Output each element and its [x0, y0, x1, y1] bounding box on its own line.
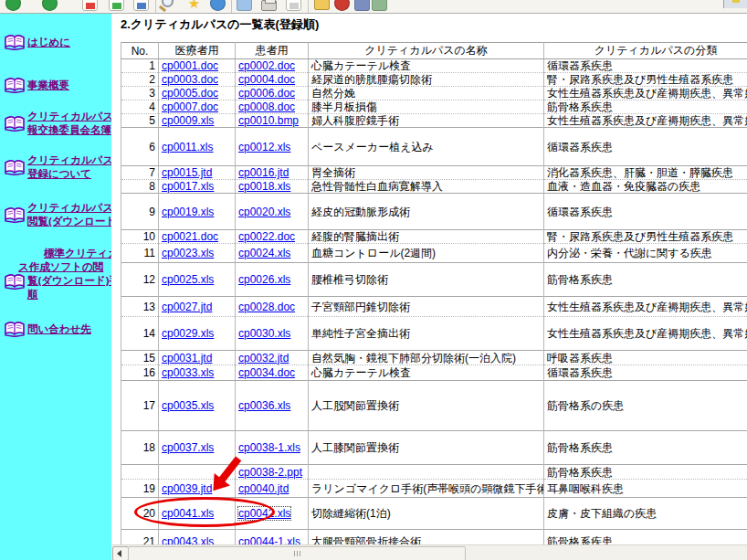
patient-file-cell: cp0028.doc [236, 297, 309, 317]
patient-file-link[interactable]: cp0022.doc [238, 230, 295, 243]
scrollbar-thumb[interactable] [128, 546, 466, 560]
path-category: 呼吸器系疾患 [544, 351, 747, 365]
patient-file-cell: cp0022.doc [236, 230, 309, 244]
patient-file-cell: cp0042.xls [236, 498, 309, 530]
patient-file-link[interactable]: cp0034.doc [238, 366, 295, 379]
history-icon[interactable] [237, 0, 252, 11]
medical-file-link[interactable]: cp0017.xls [162, 180, 214, 193]
sidebar-link[interactable]: 報交換委員会名簿 [27, 124, 111, 135]
sidebar-link[interactable]: 閲覧(ダウンロード) [27, 216, 111, 227]
medical-file-link[interactable]: cp0007.doc [162, 100, 218, 113]
patient-file-link[interactable]: cp0030.xls [238, 327, 290, 340]
medical-file-link[interactable]: cp0019.xls [162, 206, 214, 218]
row-number: 12 [121, 263, 159, 297]
patient-file-link[interactable]: cp0016.jtd [238, 166, 289, 179]
sidebar-link[interactable]: 問い合わせ先 [27, 323, 91, 334]
medical-file-link[interactable]: cp0009.xls [162, 114, 214, 127]
medical-file-link[interactable]: cp0035.xls [162, 399, 214, 412]
sidebar-link[interactable]: 登録について [27, 168, 91, 179]
patient-file-link[interactable]: cp0038-1.xls [238, 441, 300, 454]
patient-file-link[interactable]: cp0004.doc [238, 73, 295, 86]
sidebar-item-etsuran-download[interactable]: クリティカルパスの閲覧(ダウンロード) [0, 201, 111, 228]
media-icon[interactable] [210, 0, 226, 11]
patient-file-link[interactable]: cp0032.jtd [238, 352, 289, 365]
edit-icon[interactable] [286, 0, 301, 11]
patient-file-link[interactable]: cp0024.xls [238, 247, 290, 259]
row-number: 6 [121, 128, 159, 166]
patient-file-cell: cp0004.doc [236, 73, 309, 87]
sidebar-item-toiawase[interactable]: 問い合わせ先 [0, 322, 111, 336]
back-icon[interactable] [5, 0, 21, 11]
medical-file-link[interactable]: cp0001.doc [162, 59, 218, 72]
sidebar-link[interactable]: はじめに [27, 37, 70, 48]
messenger-icon[interactable] [334, 0, 350, 11]
medical-file-link[interactable]: cp0033.xls [162, 366, 214, 379]
path-name: 自然気胸・鏡視下肺部分切除術(一泊入院) [309, 351, 544, 365]
sidebar-item-hajimeni[interactable]: はじめに [0, 36, 111, 49]
path-category: 循環器系疾患 [544, 365, 747, 381]
medical-file-link[interactable]: cp0015.jtd [162, 166, 212, 179]
sidebar-link[interactable]: 順 [27, 289, 38, 300]
horizontal-scrollbar[interactable] [111, 544, 747, 560]
table-row: 17cp0035.xlscp0036.xls人工股関節置換術筋骨格系の疾患 [121, 381, 747, 431]
sidebar-link[interactable]: 事業概要 [27, 79, 69, 90]
scroll-left-button[interactable] [112, 546, 129, 560]
home-icon[interactable] [133, 0, 149, 11]
patient-file-link[interactable]: cp0028.doc [238, 301, 295, 313]
stop-icon[interactable] [82, 0, 98, 11]
sidebar-link[interactable]: クリティカルパスの [27, 202, 111, 213]
chart-icon[interactable] [354, 0, 370, 11]
patient-file-link[interactable]: cp0038-2.ppt [238, 466, 302, 479]
sidebar-link-line: 問い合わせ先 [27, 322, 111, 336]
row-number: 2 [121, 73, 159, 87]
medical-file-link[interactable]: cp0023.xls [162, 247, 214, 259]
patient-file-link[interactable]: cp0042.xls [238, 507, 290, 520]
sidebar-item-iinkai-meibo[interactable]: クリティカルパス情報交換委員会名簿 [0, 110, 111, 137]
row-number: 19 [121, 480, 159, 498]
path-name: 人工股関節置換術 [309, 381, 544, 431]
table-row: 12cp0025.xlscp0026.xls腰椎椎弓切除術筋骨格系疾患 [121, 263, 747, 297]
medical-file-link[interactable]: cp0027.jtd [162, 301, 212, 313]
patient-file-link[interactable]: cp0002.doc [238, 59, 295, 72]
search-icon[interactable] [162, 0, 174, 7]
patient-file-link[interactable]: cp0040.jtd [238, 482, 289, 495]
medical-file-link[interactable]: cp0021.doc [162, 230, 218, 243]
mail-folder-icon[interactable] [314, 0, 330, 10]
media-player-icon[interactable] [372, 0, 387, 11]
patient-file-link[interactable]: cp0008.doc [238, 100, 295, 113]
refresh-icon[interactable] [109, 0, 124, 11]
medical-file-cell: cp0025.xls [159, 263, 236, 297]
sidebar-item-jigyou-gaiyou[interactable]: 事業概要 [0, 79, 111, 92]
medical-file-link[interactable]: cp0039.jtd [162, 482, 212, 495]
medical-file-link[interactable]: cp0025.xls [162, 273, 214, 286]
sidebar-item-touroku[interactable]: クリティカルパスの登録について [0, 153, 111, 181]
medical-file-link[interactable]: cp0011.xls [162, 141, 213, 153]
patient-file-link[interactable]: cp0036.xls [238, 399, 290, 412]
patient-file-cell: cp0016.jtd [236, 166, 309, 180]
sidebar-link[interactable]: クリティカルパスの [27, 154, 111, 165]
patient-file-link[interactable]: cp0026.xls [238, 273, 290, 286]
book-icon [4, 274, 26, 290]
patient-file-link[interactable]: cp0012.xls [238, 141, 290, 153]
sidebar-link[interactable]: ス作成ソフトの閲 [18, 261, 103, 272]
medical-file-link[interactable]: cp0041.xls [162, 507, 214, 520]
sidebar-link[interactable]: クリティカルパス情 [27, 111, 111, 122]
sidebar-link[interactable]: 標準クリティカルパ [44, 248, 111, 259]
sidebar-link[interactable]: 覧(ダウンロード)手 [27, 275, 111, 286]
patient-file-cell: cp0002.doc [236, 59, 309, 73]
patient-file-link[interactable]: cp0020.xls [238, 206, 290, 218]
print-icon[interactable] [261, 0, 277, 11]
forward-icon[interactable] [42, 0, 58, 11]
patient-file-link[interactable]: cp0018.xls [238, 180, 290, 193]
medical-file-link[interactable]: cp0029.xls [162, 327, 214, 340]
medical-file-link[interactable]: cp0037.xls [162, 441, 214, 454]
table-row: 7cp0015.jtdcp0016.jtd胃全摘術消化器系疾患、肝臓・胆道・膵臓… [121, 166, 747, 180]
medical-file-link[interactable]: cp0003.doc [162, 73, 218, 86]
patient-file-link[interactable]: cp0010.bmp [238, 114, 299, 127]
favorites-icon[interactable]: ★ [186, 0, 202, 11]
medical-file-link[interactable]: cp0031.jtd [162, 352, 212, 365]
table-row: 15cp0031.jtdcp0032.jtd自然気胸・鏡視下肺部分切除術(一泊入… [121, 351, 747, 365]
sidebar-item-sakusei-soft[interactable]: 標準クリティカルパス作成ソフトの閲覧(ダウンロード)手順 [0, 247, 111, 301]
patient-file-link[interactable]: cp0006.doc [238, 87, 295, 100]
medical-file-link[interactable]: cp0005.doc [162, 87, 218, 100]
